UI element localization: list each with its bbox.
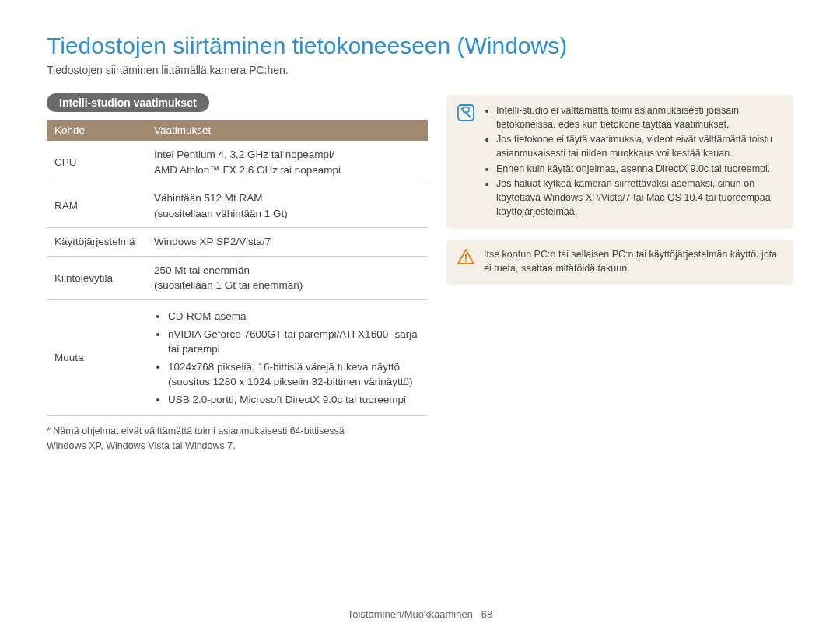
table-row: Muuta CD-ROM-asema nVIDIA Geforce 7600GT…: [47, 299, 428, 415]
info-note-item: Jos haluat kytkeä kameran siirrettäväksi…: [496, 177, 782, 219]
muuta-item: nVIDIA Geforce 7600GT tai parempi/ATI X1…: [168, 327, 420, 357]
footnote: * Nämä ohjelmat eivät välttämättä toimi …: [47, 424, 428, 454]
page-title: Tiedostojen siirtäminen tietokoneeseen (…: [47, 33, 793, 59]
hdd-value: 250 Mt tai enemmän (suositellaan 1 Gt ta…: [146, 256, 428, 299]
warning-note-box: Itse kootun PC:n tai sellaisen PC:n tai …: [446, 240, 793, 285]
page-intro: Tiedostojen siirtäminen liittämällä kame…: [47, 64, 793, 76]
info-note-item: Jos tietokone ei täytä vaatimuksia, vide…: [496, 132, 782, 160]
muuta-item: CD-ROM-asema: [168, 309, 420, 324]
muuta-item: 1024x768 pikseliä, 16-bittisiä värejä tu…: [168, 359, 420, 390]
hdd-label: Kiintolevytila: [47, 256, 146, 299]
info-note-box: Intelli-studio ei välttämättä toimi asia…: [446, 95, 793, 229]
table-row: Käyttöjärjestelmä Windows XP SP2/Vista/7: [47, 228, 428, 257]
th-vaatimukset: Vaatimukset: [146, 120, 428, 141]
warning-note-text: Itse kootun PC:n tai sellaisen PC:n tai …: [484, 247, 782, 275]
cpu-label: CPU: [47, 141, 146, 184]
table-row: RAM Vähintään 512 Mt RAM (suositellaan v…: [47, 184, 428, 228]
os-label: Käyttöjärjestelmä: [47, 228, 146, 257]
section-heading: Intelli-studion vaatimukset: [47, 93, 209, 112]
info-icon: [457, 104, 474, 121]
requirements-table: Kohde Vaatimukset CPU Intel Pentium 4, 3…: [47, 120, 428, 416]
info-note-item: Ennen kuin käytät ohjelmaa, asenna Direc…: [496, 162, 782, 176]
footer-section: Toistaminen/Muokkaaminen: [348, 608, 473, 620]
ram-label: RAM: [47, 184, 146, 228]
table-row: CPU Intel Pentium 4, 3,2 GHz tai nopeamp…: [47, 141, 428, 184]
table-row: Kiintolevytila 250 Mt tai enemmän (suosi…: [47, 256, 428, 299]
os-value: Windows XP SP2/Vista/7: [146, 228, 428, 257]
muuta-label: Muuta: [47, 299, 146, 415]
svg-rect-2: [463, 107, 469, 112]
info-note-item: Intelli-studio ei välttämättä toimi asia…: [496, 103, 782, 131]
cpu-value: Intel Pentium 4, 3,2 GHz tai nopeampi/ A…: [146, 141, 428, 184]
muuta-item: USB 2.0-portti, Microsoft DirectX 9.0c t…: [168, 392, 420, 408]
page-footer: Toistaminen/Muokkaaminen 68: [0, 608, 840, 620]
footer-page: 68: [481, 608, 492, 620]
ram-value: Vähintään 512 Mt RAM (suositellaan vähin…: [146, 184, 428, 228]
warning-icon: [457, 249, 474, 264]
svg-point-4: [465, 261, 467, 262]
th-kohde: Kohde: [47, 120, 146, 141]
